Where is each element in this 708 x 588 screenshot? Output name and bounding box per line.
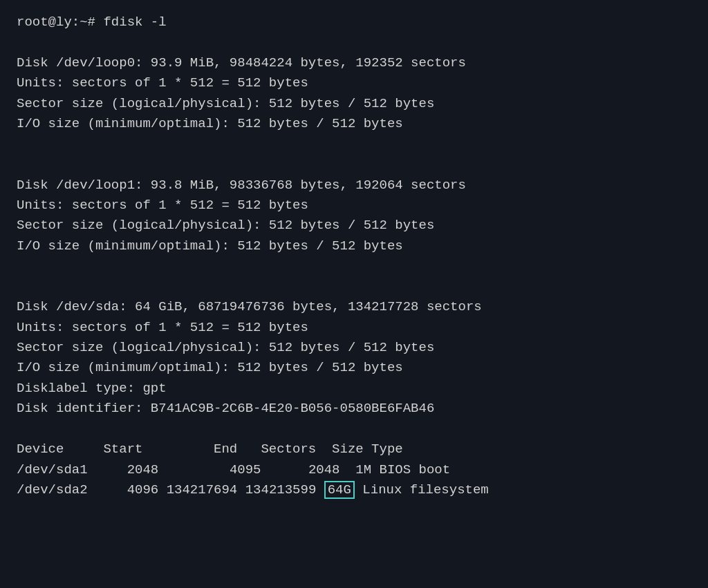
sda1-type: BIOS boot <box>380 462 451 477</box>
sda1-device: /dev/sda1 <box>17 462 88 477</box>
table-row-sda2: /dev/sda2 4096 134217694 134213599 64G L… <box>17 480 691 500</box>
sda1-sectors: 2048 <box>308 462 340 477</box>
sda1-size: 1M <box>355 462 371 477</box>
loop0-line-2: Units: sectors of 1 * 512 = 512 bytes <box>17 73 691 93</box>
sda1-start: 2048 <box>127 462 159 477</box>
terminal-window: root@ly:~# fdisk -l Disk /dev/loop0: 93.… <box>17 12 691 576</box>
loop1-line-2: Units: sectors of 1 * 512 = 512 bytes <box>17 196 691 216</box>
sda-line-2: Units: sectors of 1 * 512 = 512 bytes <box>17 318 691 338</box>
sda2-end: 134217694 <box>167 482 238 497</box>
table-header: Device Start End Sectors Size Type <box>17 439 691 459</box>
loop1-line-1: Disk /dev/loop1: 93.8 MiB, 98336768 byte… <box>17 176 691 196</box>
sda2-start: 4096 <box>127 482 159 497</box>
sda2-device: /dev/sda2 <box>17 482 88 497</box>
sda-line-3: Sector size (logical/physical): 512 byte… <box>17 338 691 358</box>
sda2-size-highlighted: 64G <box>324 481 355 499</box>
loop0-line-1: Disk /dev/loop0: 93.9 MiB, 98484224 byte… <box>17 53 691 73</box>
loop0-line-4: I/O size (minimum/optimal): 512 bytes / … <box>17 114 691 134</box>
sda1-end: 4095 <box>230 462 261 477</box>
loop0-line-3: Sector size (logical/physical): 512 byte… <box>17 94 691 114</box>
sda2-type: Linux filesystem <box>362 482 488 497</box>
command-prompt: root@ly:~# fdisk -l <box>17 12 691 32</box>
loop1-line-4: I/O size (minimum/optimal): 512 bytes / … <box>17 236 691 256</box>
sda-line-5: Disklabel type: gpt <box>17 379 691 399</box>
loop1-line-3: Sector size (logical/physical): 512 byte… <box>17 216 691 236</box>
sda2-sectors: 134213599 <box>245 482 317 497</box>
table-row-sda1: /dev/sda1 2048 4095 2048 1M BIOS boot <box>17 460 691 480</box>
sda-line-4: I/O size (minimum/optimal): 512 bytes / … <box>17 358 691 378</box>
sda-line-6: Disk identifier: B741AC9B-2C6B-4E20-B056… <box>17 399 691 419</box>
sda-line-1: Disk /dev/sda: 64 GiB, 68719476736 bytes… <box>17 297 691 317</box>
